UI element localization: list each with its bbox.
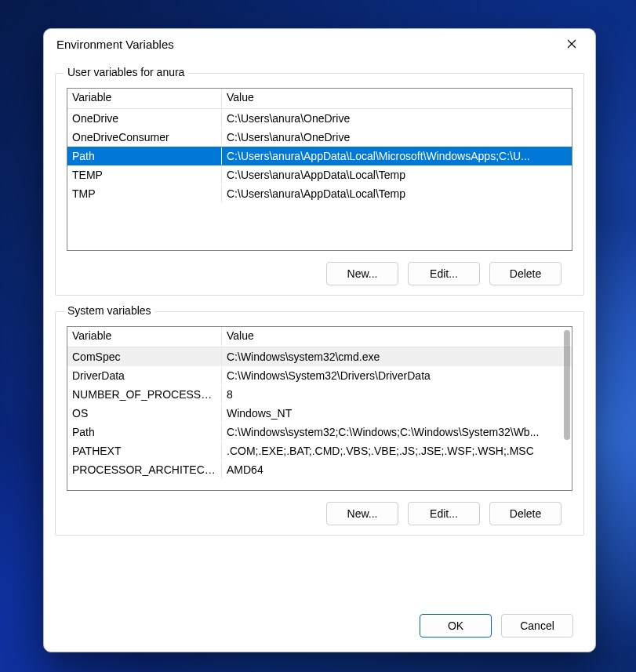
user-new-button[interactable]: New...	[326, 262, 398, 285]
system-edit-button[interactable]: Edit...	[408, 502, 480, 525]
user-delete-button[interactable]: Delete	[489, 262, 561, 285]
system-button-row: New... Edit... Delete	[78, 502, 561, 525]
ok-button[interactable]: OK	[420, 614, 492, 637]
dialog-content: User variables for anura Variable Value …	[44, 59, 595, 652]
cell-value: C:\Users\anura\OneDrive	[222, 110, 572, 127]
table-row[interactable]: OneDriveConsumerC:\Users\anura\OneDrive	[67, 128, 572, 147]
close-icon	[567, 39, 576, 49]
cell-variable: Path	[67, 423, 222, 441]
cell-value: C:\Users\anura\AppData\Local\Temp	[222, 166, 572, 183]
user-variables-list[interactable]: Variable Value OneDriveC:\Users\anura\On…	[67, 88, 572, 251]
user-list-header[interactable]: Variable Value	[67, 89, 572, 109]
table-row[interactable]: ComSpecC:\Windows\system32\cmd.exe	[67, 347, 572, 366]
cell-variable: TMP	[67, 185, 222, 202]
table-row[interactable]: DriverDataC:\Windows\System32\Drivers\Dr…	[67, 366, 572, 385]
close-button[interactable]	[554, 32, 589, 56]
user-button-row: New... Edit... Delete	[78, 262, 561, 285]
cell-variable: OneDriveConsumer	[67, 129, 222, 146]
table-row[interactable]: OneDriveC:\Users\anura\OneDrive	[67, 109, 572, 128]
table-row[interactable]: PathC:\Users\anura\AppData\Local\Microso…	[67, 147, 572, 165]
cell-variable: PATHEXT	[67, 442, 222, 460]
cell-value: .COM;.EXE;.BAT;.CMD;.VBS;.VBE;.JS;.JSE;.…	[222, 442, 572, 460]
cell-variable: PROCESSOR_ARCHITECTU...	[67, 461, 222, 478]
desktop-background: Environment Variables User variables for…	[0, 0, 636, 672]
system-delete-button[interactable]: Delete	[489, 502, 561, 525]
cell-variable: NUMBER_OF_PROCESSORS	[67, 386, 222, 403]
cell-variable: DriverData	[67, 367, 222, 384]
column-header-variable[interactable]: Variable	[67, 89, 222, 108]
system-list-header[interactable]: Variable Value	[67, 327, 572, 347]
window-title: Environment Variables	[56, 38, 554, 51]
column-header-value[interactable]: Value	[222, 89, 572, 108]
cell-variable: Path	[67, 147, 222, 165]
cell-value: C:\Windows\System32\Drivers\DriverData	[222, 367, 572, 384]
user-edit-button[interactable]: Edit...	[408, 262, 480, 285]
column-header-value[interactable]: Value	[222, 327, 572, 347]
cell-variable: OS	[67, 405, 222, 422]
user-variables-group: User variables for anura Variable Value …	[55, 73, 584, 296]
environment-variables-dialog: Environment Variables User variables for…	[43, 28, 596, 652]
cell-value: C:\Windows\system32;C:\Windows;C:\Window…	[222, 423, 572, 441]
dialog-button-row: OK Cancel	[66, 614, 573, 637]
cell-value: 8	[222, 386, 572, 403]
cell-variable: TEMP	[67, 166, 222, 183]
table-row[interactable]: NUMBER_OF_PROCESSORS8	[67, 385, 572, 404]
table-row[interactable]: PathC:\Windows\system32;C:\Windows;C:\Wi…	[67, 423, 572, 441]
table-row[interactable]: TEMPC:\Users\anura\AppData\Local\Temp	[67, 165, 572, 184]
table-row[interactable]: PATHEXT.COM;.EXE;.BAT;.CMD;.VBS;.VBE;.JS…	[67, 441, 572, 460]
scrollbar-thumb[interactable]	[564, 330, 570, 440]
cell-variable: OneDrive	[67, 110, 222, 127]
cell-variable: ComSpec	[67, 348, 222, 365]
cancel-button[interactable]: Cancel	[501, 614, 573, 637]
cell-value: C:\Users\anura\OneDrive	[222, 129, 572, 146]
table-row[interactable]: TMPC:\Users\anura\AppData\Local\Temp	[67, 184, 572, 203]
cell-value: AMD64	[222, 461, 572, 478]
cell-value: C:\Users\anura\AppData\Local\Microsoft\W…	[222, 147, 572, 165]
cell-value: Windows_NT	[222, 405, 572, 422]
table-row[interactable]: OSWindows_NT	[67, 404, 572, 423]
user-group-label: User variables for anura	[64, 66, 188, 78]
system-group-label: System variables	[64, 304, 155, 317]
cell-value: C:\Windows\system32\cmd.exe	[222, 348, 572, 365]
column-header-variable[interactable]: Variable	[67, 327, 222, 347]
system-new-button[interactable]: New...	[326, 502, 398, 525]
titlebar: Environment Variables	[44, 29, 595, 59]
cell-value: C:\Users\anura\AppData\Local\Temp	[222, 185, 572, 202]
table-row[interactable]: PROCESSOR_ARCHITECTU...AMD64	[67, 460, 572, 479]
system-variables-group: System variables Variable Value ComSpecC…	[55, 311, 584, 536]
system-variables-list[interactable]: Variable Value ComSpecC:\Windows\system3…	[67, 326, 572, 491]
